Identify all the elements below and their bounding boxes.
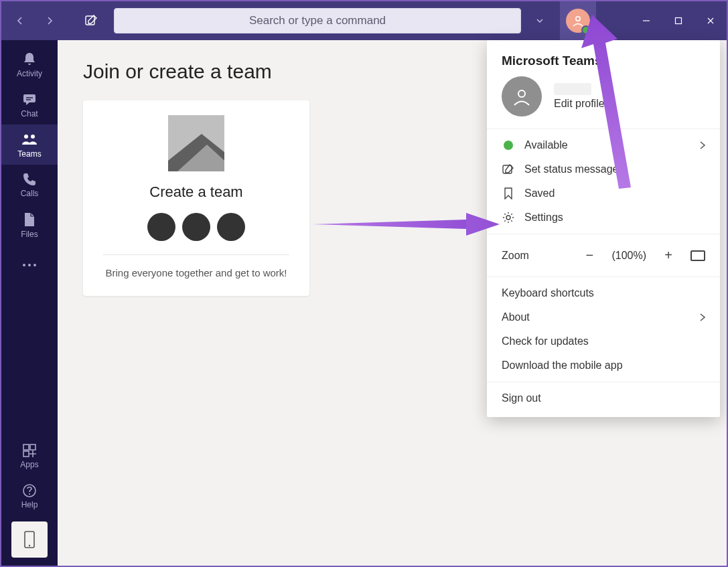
panel-avatar-icon xyxy=(502,76,542,116)
nav-forward-button[interactable] xyxy=(36,1,63,40)
apps-icon xyxy=(22,443,37,458)
presence-available-icon xyxy=(502,141,515,150)
zoom-in-button[interactable]: + xyxy=(660,248,677,263)
about-row[interactable]: About xyxy=(487,305,720,329)
rail-label: Teams xyxy=(17,149,41,159)
zoom-row: Zoom − (100%) + xyxy=(487,238,720,272)
saved-label: Saved xyxy=(524,187,555,199)
zoom-label: Zoom xyxy=(502,250,529,262)
rail-label: Chat xyxy=(21,109,38,118)
svg-rect-14 xyxy=(23,451,29,457)
svg-point-1 xyxy=(576,17,580,21)
svg-point-10 xyxy=(28,264,31,266)
rail-mobile-button[interactable] xyxy=(11,521,48,558)
download-app-row[interactable]: Download the mobile app xyxy=(487,353,720,378)
teams-icon xyxy=(21,131,38,147)
rail-calls[interactable]: Calls xyxy=(1,165,58,205)
create-team-card[interactable]: Create a team Bring everyone together an… xyxy=(83,100,309,296)
svg-point-9 xyxy=(23,264,25,266)
window-controls xyxy=(630,1,727,40)
gear-icon xyxy=(502,212,515,224)
search-input[interactable] xyxy=(114,8,521,33)
svg-point-7 xyxy=(24,135,28,139)
rail-apps[interactable]: Apps xyxy=(1,436,58,476)
bookmark-icon xyxy=(502,187,515,199)
updates-label: Check for updates xyxy=(502,335,589,347)
help-icon xyxy=(22,483,37,498)
svg-rect-20 xyxy=(503,165,512,173)
rail-label: Activity xyxy=(17,69,42,78)
saved-row[interactable]: Saved xyxy=(487,181,720,206)
mobile-icon xyxy=(23,530,35,549)
panel-profile-row[interactable]: Edit profile xyxy=(487,71,720,129)
zoom-out-button[interactable]: − xyxy=(581,248,598,263)
status-label: Available xyxy=(524,139,568,151)
bell-icon xyxy=(21,51,38,67)
settings-label: Settings xyxy=(524,212,563,224)
profile-panel: Microsoft Teams Edit profile Available xyxy=(487,40,720,417)
profile-name xyxy=(554,83,591,95)
keyboard-shortcuts-row[interactable]: Keyboard shortcuts xyxy=(487,281,720,305)
edit-status-icon xyxy=(502,163,515,175)
panel-title: Microsoft Teams xyxy=(502,54,602,68)
svg-rect-4 xyxy=(23,94,35,102)
avatar-placeholder-icon xyxy=(217,213,245,241)
presence-badge-icon xyxy=(581,25,591,35)
keyboard-label: Keyboard shortcuts xyxy=(502,287,594,299)
search-wrap xyxy=(114,8,521,33)
svg-point-11 xyxy=(33,264,36,266)
set-status-label: Set status message xyxy=(524,163,619,175)
svg-point-16 xyxy=(29,493,30,495)
card-avatars xyxy=(147,213,245,241)
chat-icon xyxy=(21,91,38,107)
card-title: Create a team xyxy=(149,183,242,201)
card-image-placeholder-icon xyxy=(168,115,224,171)
compose-button[interactable] xyxy=(78,1,104,40)
sign-out-row[interactable]: Sign out xyxy=(487,386,720,410)
profile-avatar-button[interactable] xyxy=(560,1,596,40)
rail-label: Apps xyxy=(20,460,38,469)
chevron-right-icon xyxy=(699,141,707,150)
svg-point-18 xyxy=(29,545,30,546)
rail-teams[interactable]: Teams xyxy=(1,125,58,165)
phone-icon xyxy=(22,172,37,187)
divider xyxy=(103,254,289,255)
rail-more[interactable] xyxy=(1,245,58,285)
svg-rect-13 xyxy=(30,444,35,450)
zoom-value: (100%) xyxy=(611,250,646,262)
avatar-placeholder-icon xyxy=(147,213,175,241)
rail-label: Files xyxy=(21,230,38,239)
file-icon xyxy=(23,212,36,228)
signout-label: Sign out xyxy=(502,392,541,404)
avatar-placeholder-icon xyxy=(182,213,210,241)
svg-point-19 xyxy=(518,90,525,97)
title-bar xyxy=(1,1,727,40)
more-icon xyxy=(21,262,38,268)
svg-point-21 xyxy=(506,216,510,220)
rail-files[interactable]: Files xyxy=(1,205,58,245)
edit-profile-link[interactable]: Edit profile xyxy=(554,98,605,110)
rail-label: Help xyxy=(21,500,38,509)
svg-rect-3 xyxy=(676,18,682,24)
main-content: Join or create a team Create a team Brin… xyxy=(58,40,727,566)
download-label: Download the mobile app xyxy=(502,359,623,372)
rail-label: Calls xyxy=(21,189,39,198)
check-updates-row[interactable]: Check for updates xyxy=(487,329,720,353)
close-button[interactable] xyxy=(695,1,727,40)
rail-chat[interactable]: Chat xyxy=(1,84,58,125)
command-dropdown-button[interactable] xyxy=(526,1,553,40)
status-row[interactable]: Available xyxy=(487,133,720,157)
chevron-right-icon xyxy=(699,313,707,322)
nav-back-button[interactable] xyxy=(7,1,33,40)
minimize-button[interactable] xyxy=(630,1,662,40)
fullscreen-icon[interactable] xyxy=(690,250,705,261)
rail-help[interactable]: Help xyxy=(1,476,58,516)
set-status-row[interactable]: Set status message xyxy=(487,157,720,181)
rail-activity[interactable]: Activity xyxy=(1,44,58,84)
svg-point-8 xyxy=(31,135,35,139)
app-rail: Activity Chat Teams Calls Files Apps xyxy=(1,40,58,566)
maximize-button[interactable] xyxy=(662,1,695,40)
svg-rect-12 xyxy=(23,444,29,450)
settings-row[interactable]: Settings xyxy=(487,206,720,230)
annotation-arrow-icon xyxy=(312,201,500,248)
